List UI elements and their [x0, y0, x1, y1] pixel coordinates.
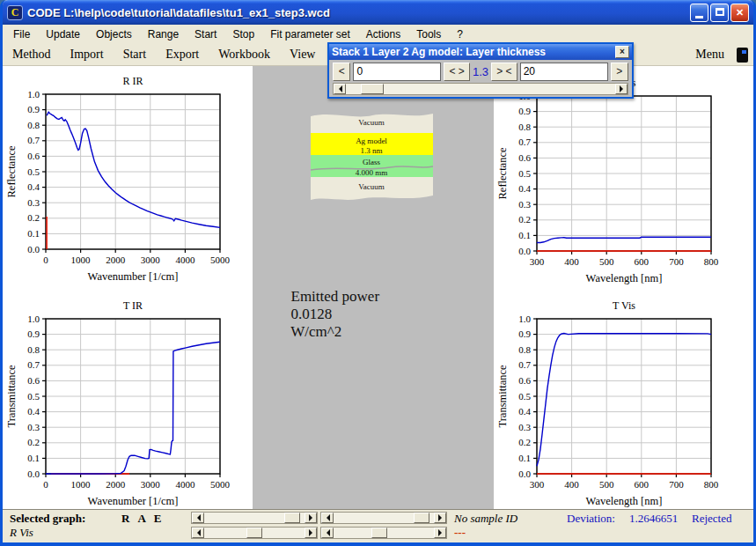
min-value-input[interactable]	[353, 63, 441, 81]
svg-text:0.1: 0.1	[27, 228, 40, 239]
scroll-thumb[interactable]	[414, 513, 429, 523]
menu-item-stop[interactable]: Stop	[224, 26, 262, 42]
svg-text:0.3: 0.3	[518, 422, 531, 432]
menu-item--[interactable]: ?	[449, 26, 471, 42]
menu-item-update[interactable]: Update	[38, 26, 88, 42]
scroll-track[interactable]	[334, 528, 434, 538]
svg-text:600: 600	[635, 479, 650, 490]
param-scrollbar-2a[interactable]	[320, 512, 447, 524]
scroll-left-icon[interactable]	[192, 528, 204, 538]
chart-r-ir[interactable]: 0100020003000400050000.00.10.20.30.40.50…	[4, 68, 232, 288]
scroll-right-icon[interactable]	[615, 84, 628, 94]
toolbar-item-view[interactable]: View	[280, 46, 325, 63]
menu-item-objects[interactable]: Objects	[88, 26, 140, 42]
workspace: 0100020003000400050000.00.10.20.30.40.50…	[3, 66, 753, 509]
svg-text:0.1: 0.1	[518, 230, 531, 240]
scroll-track[interactable]	[204, 528, 305, 538]
menu-item-actions[interactable]: Actions	[358, 26, 408, 42]
scroll-right-icon[interactable]	[434, 513, 446, 523]
selected-graph-label: Selected graph:	[10, 512, 85, 526]
thickness-slider[interactable]	[333, 83, 628, 95]
svg-text:0.9: 0.9	[27, 328, 40, 339]
step-down-button[interactable]: <	[333, 63, 350, 81]
sample-dashes: ---	[454, 526, 466, 540]
chart-t-ir[interactable]: 0100020003000400050000.00.10.20.30.40.50…	[4, 292, 232, 509]
param-scrollbar-2b[interactable]	[320, 527, 447, 539]
toolbar-item-method[interactable]: Method	[3, 46, 61, 63]
max-value-input[interactable]	[520, 63, 608, 81]
scroll-right-icon[interactable]	[305, 513, 317, 523]
svg-text:0.3: 0.3	[27, 197, 40, 208]
toolbar-item-export[interactable]: Export	[156, 46, 209, 63]
scroll-right-icon[interactable]	[434, 528, 446, 538]
svg-text:R IR: R IR	[122, 75, 143, 87]
chart-r-vis[interactable]: 3004005006007008000.00.10.20.30.40.50.60…	[495, 70, 723, 290]
deviation-value: 1.2646651	[629, 512, 678, 526]
graph-flags[interactable]: R A E	[121, 512, 162, 526]
svg-text:0.2: 0.2	[518, 437, 531, 447]
window-title: CODE L:\help\code\tutorial\datafiles\tu1…	[27, 6, 690, 19]
svg-text:400: 400	[564, 479, 579, 490]
exit-door-icon[interactable]	[737, 48, 748, 63]
param-scrollbar-1a[interactable]	[191, 512, 318, 524]
svg-text:0.4: 0.4	[27, 181, 40, 192]
close-button[interactable]: ✕	[730, 4, 749, 22]
menu-item-range[interactable]: Range	[140, 26, 187, 42]
menu-right-button[interactable]: Menu	[688, 46, 731, 63]
dialog-title-bar[interactable]: Stack 1 Layer 2 Ag model: Layer thicknes…	[329, 44, 632, 60]
scroll-left-icon[interactable]	[321, 528, 334, 538]
svg-text:0.9: 0.9	[518, 328, 531, 339]
menu-item-start[interactable]: Start	[187, 26, 224, 42]
scroll-thumb[interactable]	[361, 84, 384, 94]
svg-text:Transmittance: Transmittance	[496, 365, 509, 428]
svg-text:0.4: 0.4	[27, 406, 40, 417]
svg-text:0.1: 0.1	[518, 453, 531, 463]
svg-text:3000: 3000	[141, 255, 161, 265]
minimize-button[interactable]	[690, 4, 708, 22]
expand-range-button[interactable]: > <	[491, 63, 517, 81]
svg-text:Wavelength [nm]: Wavelength [nm]	[586, 272, 663, 284]
maximize-button[interactable]	[710, 4, 729, 22]
scroll-right-icon[interactable]	[305, 528, 317, 538]
svg-text:3000: 3000	[141, 479, 161, 490]
svg-text:0.7: 0.7	[27, 359, 40, 370]
svg-text:1000: 1000	[71, 479, 92, 490]
toolbar-item-workbook[interactable]: Workbook	[209, 46, 280, 63]
scroll-left-icon[interactable]	[321, 513, 334, 523]
svg-text:300: 300	[530, 479, 545, 490]
scroll-thumb[interactable]	[284, 513, 300, 523]
menu-bar: FileUpdateObjectsRangeStartStopFit param…	[3, 25, 753, 44]
scroll-thumb[interactable]	[246, 528, 262, 538]
svg-text:4.000 mm: 4.000 mm	[356, 168, 388, 177]
scroll-left-icon[interactable]	[192, 513, 204, 523]
scroll-left-icon[interactable]	[334, 84, 346, 94]
svg-text:Wavelength [nm]: Wavelength [nm]	[586, 495, 663, 507]
title-bar[interactable]: C CODE L:\help\code\tutorial\datafiles\t…	[3, 0, 753, 25]
menu-item-fit-parameter-set[interactable]: Fit parameter set	[262, 26, 358, 42]
shrink-range-button[interactable]: < >	[444, 63, 470, 81]
svg-text:2000: 2000	[106, 255, 126, 265]
svg-text:0.8: 0.8	[518, 344, 531, 355]
menu-item-file[interactable]: File	[5, 26, 38, 42]
svg-text:5000: 5000	[210, 255, 231, 265]
step-up-button[interactable]: >	[611, 63, 628, 81]
dialog-title: Stack 1 Layer 2 Ag model: Layer thicknes…	[332, 46, 615, 58]
dialog-close-icon[interactable]: ×	[615, 46, 629, 58]
svg-text:0.8: 0.8	[27, 120, 40, 130]
svg-text:0.3: 0.3	[518, 199, 531, 210]
svg-text:0.9: 0.9	[518, 106, 531, 116]
scroll-track[interactable]	[204, 513, 305, 523]
layer-stack-diagram[interactable]: VacuumAg model1.3 nmGlass4.000 mmVacuum.…	[311, 110, 433, 206]
scroll-thumb[interactable]	[371, 528, 387, 538]
menu-item-tools[interactable]: Tools	[408, 26, 449, 42]
deviation-label: Deviation:	[567, 512, 615, 526]
current-value-display: 1.3	[473, 65, 488, 78]
toolbar-item-import[interactable]: Import	[61, 46, 114, 63]
scroll-track[interactable]	[346, 84, 615, 94]
chart-t-vis[interactable]: 3004005006007008000.00.10.20.30.40.50.60…	[495, 292, 723, 509]
toolbar-item-start[interactable]: Start	[114, 46, 156, 63]
param-scrollbar-1b[interactable]	[191, 527, 318, 539]
parameter-dialog[interactable]: Stack 1 Layer 2 Ag model: Layer thicknes…	[327, 42, 634, 99]
scroll-track[interactable]	[334, 513, 434, 523]
svg-text:700: 700	[669, 256, 684, 267]
